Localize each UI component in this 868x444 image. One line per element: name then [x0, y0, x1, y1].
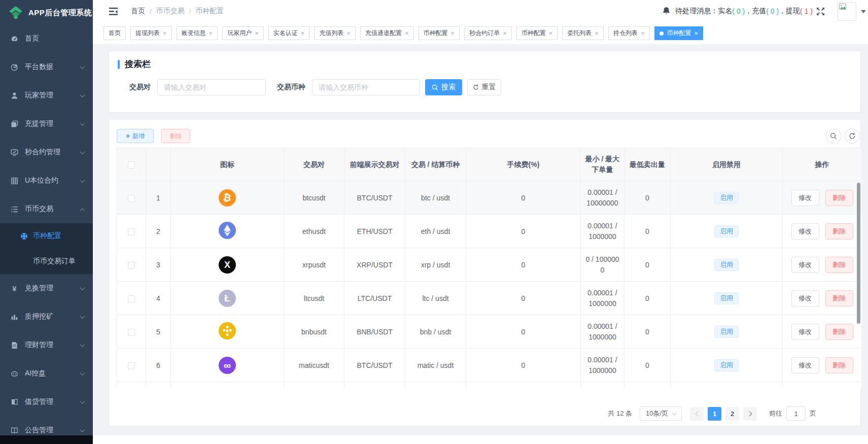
- search-input-0[interactable]: [157, 79, 266, 95]
- tab-coin-config-1[interactable]: 币种配置×: [419, 26, 460, 40]
- chevron-down-icon: [80, 92, 85, 97]
- tab-coin-config-2[interactable]: 币种配置×: [516, 26, 558, 40]
- sidebar-item-seconds-contract-manage[interactable]: 秒合约管理: [0, 138, 93, 166]
- prev-page-button[interactable]: [690, 407, 704, 421]
- sidebar-item-u-contract[interactable]: U本位合约: [0, 166, 93, 195]
- min-sell-cell: 0: [624, 215, 671, 248]
- row-checkbox[interactable]: [128, 228, 135, 235]
- row-delete-button[interactable]: 删除: [825, 290, 853, 306]
- page-button-2[interactable]: 2: [725, 407, 739, 421]
- sidebar-item-wealth-manage[interactable]: 理财管理: [0, 331, 93, 359]
- edit-button[interactable]: 修改: [791, 257, 819, 273]
- tab-close-icon[interactable]: ×: [595, 29, 599, 37]
- row-checkbox[interactable]: [128, 262, 135, 269]
- search-button[interactable]: 搜索: [425, 79, 462, 95]
- row-checkbox[interactable]: [128, 329, 135, 336]
- delete-button[interactable]: 删除: [161, 129, 190, 143]
- breadcrumb-item: 币币交易: [156, 7, 185, 16]
- breadcrumb-item[interactable]: 首页: [131, 7, 145, 16]
- row-checkbox[interactable]: [128, 195, 135, 202]
- sidebar-item-ai-control[interactable]: AI控盘: [0, 359, 93, 388]
- add-button[interactable]: +新增: [117, 129, 154, 143]
- enable-tag[interactable]: 启用: [714, 359, 739, 371]
- tab-close-icon[interactable]: ×: [163, 29, 167, 37]
- tab-close-icon[interactable]: ×: [549, 29, 553, 37]
- tab-recharge-channel-config[interactable]: 充值通道配置×: [360, 26, 414, 40]
- table-search-icon-button[interactable]: [826, 128, 841, 144]
- tab-recharge-list[interactable]: 充值列表×: [314, 26, 356, 40]
- tab-seconds-contract-order[interactable]: 秒合约订单×: [464, 26, 512, 40]
- sidebar-item-home[interactable]: 首页: [0, 24, 93, 53]
- chevron-up-icon: [80, 208, 85, 213]
- avatar[interactable]: [838, 2, 856, 21]
- table-scrollbar[interactable]: [857, 183, 860, 324]
- enable-tag[interactable]: 启用: [714, 192, 739, 204]
- trade-settle-cell: bnb / usdt: [405, 315, 466, 349]
- page-button-1[interactable]: 1: [708, 407, 721, 421]
- sidebar-item-recharge-withdraw-manage[interactable]: 充提管理: [0, 110, 93, 138]
- eth-coin-icon: [219, 222, 236, 239]
- sidebar-item-loan-manage[interactable]: 借贷管理: [0, 388, 93, 416]
- chevron-down-icon: [80, 285, 85, 290]
- tab-close-icon[interactable]: ×: [641, 29, 645, 37]
- tab-close-icon[interactable]: ×: [301, 29, 305, 37]
- tab-close-icon[interactable]: ×: [209, 29, 213, 37]
- sidebar-item-staking-mining[interactable]: 质押挖矿: [0, 302, 93, 331]
- tab-close-icon[interactable]: ×: [346, 29, 351, 37]
- tab-withdraw-list[interactable]: 提现列表×: [130, 26, 172, 40]
- table-refresh-icon-button[interactable]: [845, 128, 860, 144]
- tab-close-icon[interactable]: ×: [451, 29, 455, 37]
- tab-close-icon[interactable]: ×: [255, 29, 259, 37]
- ltc-coin-icon: Ł: [219, 290, 236, 307]
- sidebar-item-label: 理财管理: [25, 340, 81, 350]
- page-size-select[interactable]: 10条/页: [640, 406, 682, 421]
- sidebar-subitem-coin-trade-orders[interactable]: 币币交易订单: [0, 249, 93, 274]
- tab-entrust-list[interactable]: 委托列表×: [562, 26, 604, 40]
- sidebar-item-coin-trade[interactable]: 币币交易: [0, 195, 93, 223]
- fullscreen-icon[interactable]: [816, 7, 825, 16]
- tab-player-user[interactable]: 玩家用户×: [222, 26, 264, 40]
- collapse-sidebar-icon[interactable]: [109, 8, 118, 15]
- row-checkbox[interactable]: [128, 362, 135, 369]
- enable-tag[interactable]: 启用: [714, 326, 739, 338]
- tab-close-icon[interactable]: ×: [405, 29, 409, 37]
- monitor-icon: [11, 149, 18, 156]
- sidebar-subitem-coin-config[interactable]: 币种配置: [0, 223, 93, 249]
- bell-icon[interactable]: [662, 7, 671, 16]
- search-form: 交易对交易币种搜索重置: [129, 79, 501, 95]
- next-page-button[interactable]: [743, 407, 757, 421]
- edit-button[interactable]: 修改: [791, 223, 819, 240]
- chevron-down-icon[interactable]: [861, 10, 866, 13]
- sidebar-item-exchange-manage[interactable]: ¥兑换管理: [0, 274, 93, 302]
- row-delete-button[interactable]: 删除: [825, 357, 853, 373]
- select-all-checkbox[interactable]: [128, 161, 135, 168]
- search-input-1[interactable]: [312, 79, 420, 95]
- tab-realname-auth[interactable]: 实名认证×: [268, 26, 310, 40]
- edit-button[interactable]: 修改: [791, 324, 819, 340]
- edit-button[interactable]: 修改: [791, 190, 819, 206]
- sidebar-item-platform-data[interactable]: 平台数据: [0, 53, 93, 81]
- tab-close-icon[interactable]: ×: [503, 29, 507, 37]
- tab-coin-config-active[interactable]: 币种配置×: [654, 26, 704, 40]
- tab-label: 充值通道配置: [365, 29, 402, 38]
- sidebar-item-player-manage[interactable]: 玩家管理: [0, 81, 93, 110]
- enable-tag[interactable]: 启用: [714, 225, 739, 237]
- tab-close-icon[interactable]: ×: [695, 29, 699, 37]
- enable-tag[interactable]: 启用: [714, 292, 739, 304]
- tab-position-list[interactable]: 持仓列表×: [608, 26, 650, 40]
- tab-account-change[interactable]: 账变信息×: [177, 26, 218, 40]
- goto-page-input[interactable]: 1: [786, 406, 806, 421]
- plus-icon: +: [126, 132, 130, 140]
- row-delete-button[interactable]: 删除: [825, 257, 853, 273]
- tab-home[interactable]: 首页: [103, 26, 126, 40]
- row-delete-button[interactable]: 删除: [825, 324, 853, 340]
- edit-button[interactable]: 修改: [791, 290, 819, 306]
- chevron-down-icon: [80, 149, 85, 154]
- row-checkbox[interactable]: [128, 295, 135, 302]
- row-delete-button[interactable]: 删除: [825, 223, 853, 240]
- reset-button[interactable]: 重置: [467, 79, 501, 95]
- search-panel-title: 搜索栏: [125, 58, 151, 70]
- row-delete-button[interactable]: 删除: [825, 190, 853, 206]
- edit-button[interactable]: 修改: [791, 357, 819, 373]
- enable-tag[interactable]: 启用: [714, 259, 739, 271]
